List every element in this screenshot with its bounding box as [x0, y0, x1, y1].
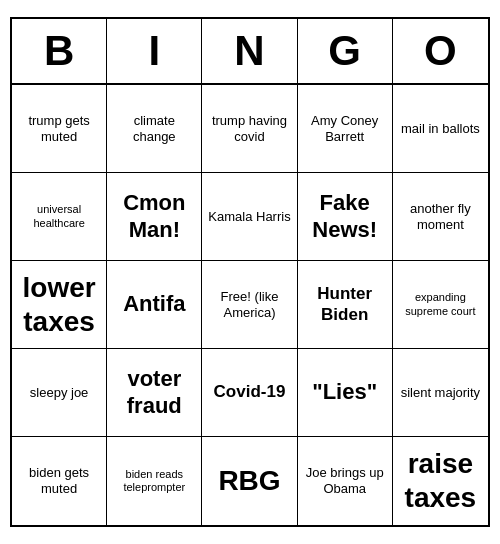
bingo-cell-19: silent majority — [393, 349, 488, 437]
bingo-cell-7: Kamala Harris — [202, 173, 297, 261]
bingo-header: BINGO — [12, 19, 488, 85]
bingo-cell-13: Hunter Biden — [298, 261, 393, 349]
bingo-cell-8: Fake News! — [298, 173, 393, 261]
bingo-cell-6: Cmon Man! — [107, 173, 202, 261]
bingo-letter-i: I — [107, 19, 202, 83]
bingo-cell-5: universal healthcare — [12, 173, 107, 261]
bingo-cell-4: mail in ballots — [393, 85, 488, 173]
bingo-cell-1: climate change — [107, 85, 202, 173]
bingo-cell-24: raise taxes — [393, 437, 488, 525]
bingo-cell-21: biden reads teleprompter — [107, 437, 202, 525]
bingo-cell-20: biden gets muted — [12, 437, 107, 525]
bingo-cell-14: expanding supreme court — [393, 261, 488, 349]
bingo-cell-15: sleepy joe — [12, 349, 107, 437]
bingo-cell-17: Covid-19 — [202, 349, 297, 437]
bingo-cell-16: voter fraud — [107, 349, 202, 437]
bingo-letter-g: G — [298, 19, 393, 83]
bingo-cell-2: trump having covid — [202, 85, 297, 173]
bingo-cell-0: trump gets muted — [12, 85, 107, 173]
bingo-cell-3: Amy Coney Barrett — [298, 85, 393, 173]
bingo-cell-12: Free! (like America) — [202, 261, 297, 349]
bingo-grid: trump gets mutedclimate changetrump havi… — [12, 85, 488, 525]
bingo-cell-23: Joe brings up Obama — [298, 437, 393, 525]
bingo-letter-o: O — [393, 19, 488, 83]
bingo-cell-9: another fly moment — [393, 173, 488, 261]
bingo-letter-n: N — [202, 19, 297, 83]
bingo-card: BINGO trump gets mutedclimate changetrum… — [10, 17, 490, 527]
bingo-cell-10: lower taxes — [12, 261, 107, 349]
bingo-cell-22: RBG — [202, 437, 297, 525]
bingo-cell-18: "Lies" — [298, 349, 393, 437]
bingo-cell-11: Antifa — [107, 261, 202, 349]
bingo-letter-b: B — [12, 19, 107, 83]
